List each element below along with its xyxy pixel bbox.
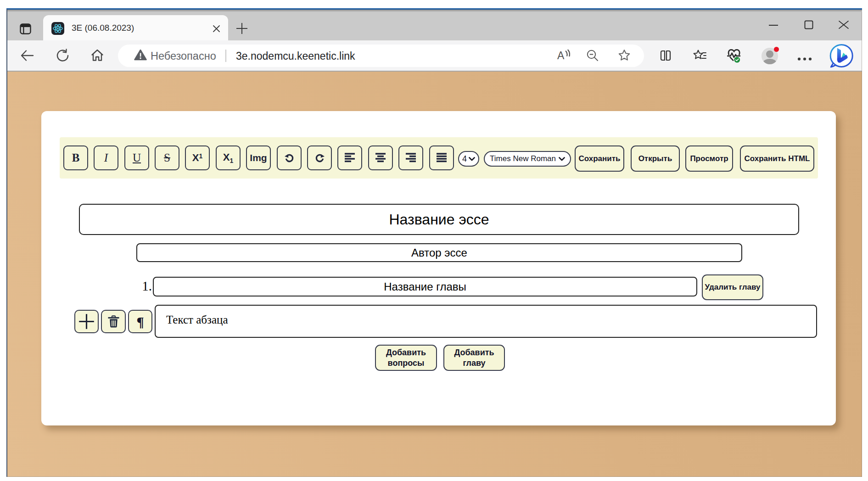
svg-text:A: A <box>557 50 565 62</box>
